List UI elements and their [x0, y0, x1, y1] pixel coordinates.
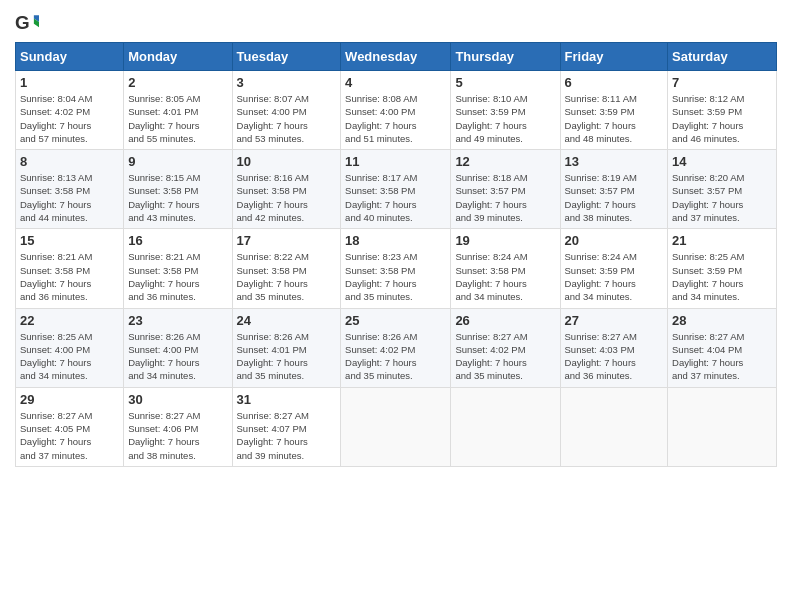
day-number: 6 — [565, 75, 664, 90]
day-header-friday: Friday — [560, 43, 668, 71]
day-number: 23 — [128, 313, 227, 328]
calendar-cell: 17Sunrise: 8:22 AMSunset: 3:58 PMDayligh… — [232, 229, 341, 308]
day-number: 22 — [20, 313, 119, 328]
day-info: Sunrise: 8:27 AMSunset: 4:06 PMDaylight:… — [128, 409, 227, 462]
day-info: Sunrise: 8:25 AMSunset: 4:00 PMDaylight:… — [20, 330, 119, 383]
calendar-header-row: SundayMondayTuesdayWednesdayThursdayFrid… — [16, 43, 777, 71]
header-row: G — [15, 10, 777, 34]
calendar-cell: 19Sunrise: 8:24 AMSunset: 3:58 PMDayligh… — [451, 229, 560, 308]
day-number: 20 — [565, 233, 664, 248]
day-info: Sunrise: 8:24 AMSunset: 3:59 PMDaylight:… — [565, 250, 664, 303]
calendar-cell — [668, 387, 777, 466]
day-info: Sunrise: 8:27 AMSunset: 4:05 PMDaylight:… — [20, 409, 119, 462]
day-number: 2 — [128, 75, 227, 90]
calendar-cell: 12Sunrise: 8:18 AMSunset: 3:57 PMDayligh… — [451, 150, 560, 229]
calendar-cell: 11Sunrise: 8:17 AMSunset: 3:58 PMDayligh… — [341, 150, 451, 229]
calendar-week-row: 8Sunrise: 8:13 AMSunset: 3:58 PMDaylight… — [16, 150, 777, 229]
calendar-cell: 25Sunrise: 8:26 AMSunset: 4:02 PMDayligh… — [341, 308, 451, 387]
day-info: Sunrise: 8:27 AMSunset: 4:04 PMDaylight:… — [672, 330, 772, 383]
day-number: 3 — [237, 75, 337, 90]
day-number: 11 — [345, 154, 446, 169]
day-number: 5 — [455, 75, 555, 90]
calendar-cell: 3Sunrise: 8:07 AMSunset: 4:00 PMDaylight… — [232, 71, 341, 150]
calendar-cell: 18Sunrise: 8:23 AMSunset: 3:58 PMDayligh… — [341, 229, 451, 308]
calendar-cell: 21Sunrise: 8:25 AMSunset: 3:59 PMDayligh… — [668, 229, 777, 308]
day-info: Sunrise: 8:27 AMSunset: 4:07 PMDaylight:… — [237, 409, 337, 462]
calendar-cell: 27Sunrise: 8:27 AMSunset: 4:03 PMDayligh… — [560, 308, 668, 387]
calendar-cell: 5Sunrise: 8:10 AMSunset: 3:59 PMDaylight… — [451, 71, 560, 150]
day-info: Sunrise: 8:18 AMSunset: 3:57 PMDaylight:… — [455, 171, 555, 224]
calendar-cell: 4Sunrise: 8:08 AMSunset: 4:00 PMDaylight… — [341, 71, 451, 150]
day-number: 31 — [237, 392, 337, 407]
day-number: 25 — [345, 313, 446, 328]
day-info: Sunrise: 8:08 AMSunset: 4:00 PMDaylight:… — [345, 92, 446, 145]
day-info: Sunrise: 8:20 AMSunset: 3:57 PMDaylight:… — [672, 171, 772, 224]
day-number: 26 — [455, 313, 555, 328]
day-number: 16 — [128, 233, 227, 248]
calendar-cell: 10Sunrise: 8:16 AMSunset: 3:58 PMDayligh… — [232, 150, 341, 229]
calendar-week-row: 22Sunrise: 8:25 AMSunset: 4:00 PMDayligh… — [16, 308, 777, 387]
day-number: 7 — [672, 75, 772, 90]
day-header-monday: Monday — [124, 43, 232, 71]
calendar-cell: 31Sunrise: 8:27 AMSunset: 4:07 PMDayligh… — [232, 387, 341, 466]
day-number: 14 — [672, 154, 772, 169]
day-header-thursday: Thursday — [451, 43, 560, 71]
calendar-cell: 7Sunrise: 8:12 AMSunset: 3:59 PMDaylight… — [668, 71, 777, 150]
day-number: 19 — [455, 233, 555, 248]
day-info: Sunrise: 8:27 AMSunset: 4:03 PMDaylight:… — [565, 330, 664, 383]
day-info: Sunrise: 8:16 AMSunset: 3:58 PMDaylight:… — [237, 171, 337, 224]
day-number: 18 — [345, 233, 446, 248]
day-number: 4 — [345, 75, 446, 90]
logo-icon: G — [15, 10, 39, 34]
day-info: Sunrise: 8:12 AMSunset: 3:59 PMDaylight:… — [672, 92, 772, 145]
day-info: Sunrise: 8:25 AMSunset: 3:59 PMDaylight:… — [672, 250, 772, 303]
svg-text:G: G — [15, 12, 30, 33]
calendar-cell: 13Sunrise: 8:19 AMSunset: 3:57 PMDayligh… — [560, 150, 668, 229]
day-info: Sunrise: 8:21 AMSunset: 3:58 PMDaylight:… — [128, 250, 227, 303]
day-info: Sunrise: 8:17 AMSunset: 3:58 PMDaylight:… — [345, 171, 446, 224]
calendar-cell: 24Sunrise: 8:26 AMSunset: 4:01 PMDayligh… — [232, 308, 341, 387]
day-info: Sunrise: 8:26 AMSunset: 4:00 PMDaylight:… — [128, 330, 227, 383]
day-header-sunday: Sunday — [16, 43, 124, 71]
day-info: Sunrise: 8:07 AMSunset: 4:00 PMDaylight:… — [237, 92, 337, 145]
day-number: 28 — [672, 313, 772, 328]
day-info: Sunrise: 8:26 AMSunset: 4:02 PMDaylight:… — [345, 330, 446, 383]
day-info: Sunrise: 8:15 AMSunset: 3:58 PMDaylight:… — [128, 171, 227, 224]
day-number: 15 — [20, 233, 119, 248]
calendar-cell: 20Sunrise: 8:24 AMSunset: 3:59 PMDayligh… — [560, 229, 668, 308]
page-container: G SundayMondayTuesdayWednesdayThursdayFr… — [0, 0, 792, 477]
calendar-week-row: 15Sunrise: 8:21 AMSunset: 3:58 PMDayligh… — [16, 229, 777, 308]
day-header-saturday: Saturday — [668, 43, 777, 71]
calendar-cell: 22Sunrise: 8:25 AMSunset: 4:00 PMDayligh… — [16, 308, 124, 387]
calendar-cell: 14Sunrise: 8:20 AMSunset: 3:57 PMDayligh… — [668, 150, 777, 229]
calendar-cell — [451, 387, 560, 466]
calendar-cell — [560, 387, 668, 466]
day-info: Sunrise: 8:11 AMSunset: 3:59 PMDaylight:… — [565, 92, 664, 145]
calendar-week-row: 29Sunrise: 8:27 AMSunset: 4:05 PMDayligh… — [16, 387, 777, 466]
day-number: 30 — [128, 392, 227, 407]
day-number: 12 — [455, 154, 555, 169]
calendar-week-row: 1Sunrise: 8:04 AMSunset: 4:02 PMDaylight… — [16, 71, 777, 150]
calendar-cell: 1Sunrise: 8:04 AMSunset: 4:02 PMDaylight… — [16, 71, 124, 150]
day-number: 10 — [237, 154, 337, 169]
calendar-cell: 6Sunrise: 8:11 AMSunset: 3:59 PMDaylight… — [560, 71, 668, 150]
day-number: 9 — [128, 154, 227, 169]
calendar-cell: 29Sunrise: 8:27 AMSunset: 4:05 PMDayligh… — [16, 387, 124, 466]
calendar-cell: 26Sunrise: 8:27 AMSunset: 4:02 PMDayligh… — [451, 308, 560, 387]
calendar-cell: 30Sunrise: 8:27 AMSunset: 4:06 PMDayligh… — [124, 387, 232, 466]
calendar-cell: 16Sunrise: 8:21 AMSunset: 3:58 PMDayligh… — [124, 229, 232, 308]
calendar-cell: 8Sunrise: 8:13 AMSunset: 3:58 PMDaylight… — [16, 150, 124, 229]
calendar-cell — [341, 387, 451, 466]
day-number: 29 — [20, 392, 119, 407]
day-info: Sunrise: 8:13 AMSunset: 3:58 PMDaylight:… — [20, 171, 119, 224]
day-info: Sunrise: 8:05 AMSunset: 4:01 PMDaylight:… — [128, 92, 227, 145]
day-number: 27 — [565, 313, 664, 328]
day-number: 13 — [565, 154, 664, 169]
day-info: Sunrise: 8:23 AMSunset: 3:58 PMDaylight:… — [345, 250, 446, 303]
day-header-wednesday: Wednesday — [341, 43, 451, 71]
day-info: Sunrise: 8:21 AMSunset: 3:58 PMDaylight:… — [20, 250, 119, 303]
day-number: 1 — [20, 75, 119, 90]
day-info: Sunrise: 8:10 AMSunset: 3:59 PMDaylight:… — [455, 92, 555, 145]
day-number: 17 — [237, 233, 337, 248]
day-number: 21 — [672, 233, 772, 248]
